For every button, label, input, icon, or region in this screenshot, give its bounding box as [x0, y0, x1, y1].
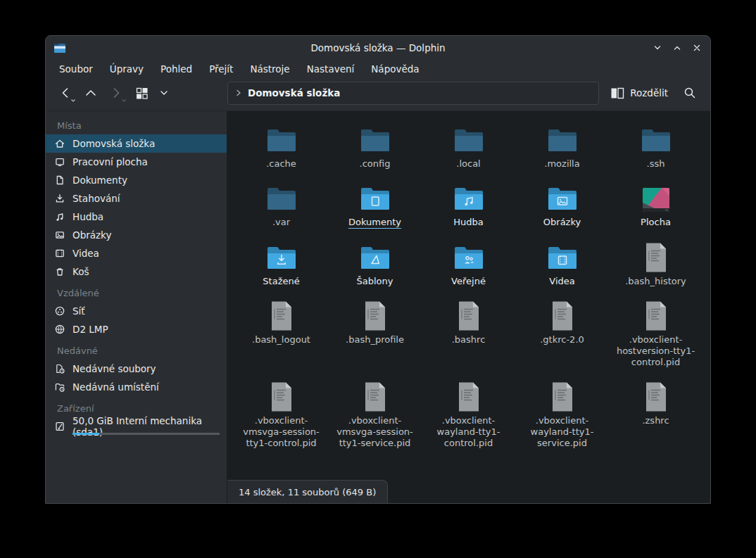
view-mode-button[interactable]	[130, 82, 153, 104]
folder-item[interactable]: .cache	[234, 118, 328, 177]
sidebar-item-label: Koš	[73, 266, 89, 277]
menu-item-prejit[interactable]: Přejít	[201, 61, 241, 77]
forward-history-caret-icon	[121, 99, 127, 103]
maximize-button[interactable]	[671, 42, 683, 54]
item-label: .vboxclient-vmsvga-session-tty1-service.…	[332, 415, 419, 449]
sidebar-item-label: D2 LMP	[73, 324, 108, 335]
item-label: .vboxclient-wayland-tty1-service.pid	[519, 415, 606, 449]
titlebar: Domovská složka — Dolphin	[46, 36, 710, 60]
file-item[interactable]: .vboxclient-hostversion-tty1-control.pid	[609, 294, 703, 375]
file-item[interactable]: .vboxclient-wayland-tty1-control.pid	[422, 375, 515, 456]
folder-item[interactable]: .var	[234, 177, 328, 235]
menu-item-pohled[interactable]: Pohled	[153, 61, 200, 77]
content-area: MístaDomovská složkaPracovní plochaDokum…	[46, 110, 710, 503]
file-item[interactable]: .vboxclient-vmsvga-session-tty1-service.…	[328, 375, 422, 456]
file-item[interactable]: .gtkrc-2.0	[515, 294, 609, 353]
sidebar-item-label: Stahování	[73, 193, 120, 204]
folder-view[interactable]: .cache .config .local .mozilla .ssh .var…	[227, 111, 710, 503]
dolphin-app-icon	[53, 41, 67, 55]
trash-icon	[54, 266, 65, 277]
split-view-label: Rozdělit	[630, 87, 668, 99]
toolbar: Domovská složka Rozdělit	[46, 78, 710, 110]
menu-item-upravy[interactable]: Úpravy	[102, 61, 151, 77]
file-item[interactable]: .bash_profile	[328, 294, 422, 353]
icons-view-icon	[136, 87, 148, 99]
item-label: Stažené	[263, 276, 299, 287]
file-item[interactable]: .vboxclient-wayland-tty1-service.pid	[515, 375, 609, 456]
window-title: Domovská složka — Dolphin	[46, 42, 710, 53]
sidebar-item-nedavna-umisteni[interactable]: Nedávná umístění	[46, 378, 227, 396]
sidebar-item-kos[interactable]: Koš	[46, 262, 227, 281]
forward-icon	[109, 86, 123, 100]
item-label: .local	[456, 158, 480, 170]
sidebar-item-nedavne-soubory[interactable]: Nedávné soubory	[46, 360, 227, 378]
forward-button[interactable]	[105, 82, 127, 104]
item-label: .bash_logout	[252, 334, 310, 345]
up-button[interactable]	[80, 82, 102, 104]
close-button[interactable]	[691, 42, 703, 54]
folder-item[interactable]: .config	[328, 118, 422, 177]
file-item[interactable]: .vboxclient-vmsvga-session-tty1-control.…	[234, 375, 328, 456]
breadcrumb-chevron-icon	[234, 88, 244, 98]
desktop-icon	[54, 156, 65, 167]
sidebar-section-header: Místa	[46, 116, 227, 134]
search-icon	[683, 86, 697, 100]
folder-item[interactable]: Stažené	[234, 236, 328, 294]
menu-item-soubor[interactable]: Soubor	[51, 61, 101, 77]
sidebar-item-d2-lmp[interactable]: D2 LMP	[46, 320, 227, 338]
text-file-icon	[270, 300, 294, 331]
split-view-icon	[610, 87, 624, 99]
location-bar[interactable]: Domovská složka	[227, 82, 599, 105]
folder-item[interactable]: .ssh	[609, 118, 703, 177]
drive-icon	[54, 421, 65, 432]
split-view-button[interactable]: Rozdělit	[603, 82, 675, 104]
folder-item[interactable]: Veřejné	[422, 236, 515, 294]
item-label: Hudba	[453, 217, 484, 228]
item-label: Dokumenty	[348, 217, 401, 229]
breadcrumb[interactable]: Domovská složka	[248, 87, 340, 99]
file-item[interactable]: .bash_logout	[234, 294, 328, 353]
file-item[interactable]: .zshrc	[609, 375, 703, 433]
folder-item[interactable]: Videa	[515, 236, 609, 294]
sidebar-item-obrazky[interactable]: Obrázky	[46, 226, 227, 244]
back-button[interactable]	[54, 82, 77, 104]
sidebar-item-videa[interactable]: Videa	[46, 244, 227, 262]
status-bar: 14 složek, 11 souborů (649 B)	[227, 480, 388, 503]
folder-item[interactable]: Šablony	[328, 236, 422, 294]
text-file-icon	[550, 300, 574, 331]
item-label: .vboxclient-wayland-tty1-control.pid	[425, 415, 512, 449]
menu-item-nastroje[interactable]: Nástroje	[242, 61, 297, 77]
view-mode-dropdown[interactable]	[156, 82, 172, 104]
folder-item[interactable]: Dokumenty	[328, 177, 422, 236]
file-item[interactable]: .bashrc	[422, 294, 515, 353]
sidebar-item-hudba[interactable]: Hudba	[46, 208, 227, 226]
folder-item[interactable]: .mozilla	[515, 118, 609, 177]
folder-icon	[547, 245, 578, 273]
text-file-icon	[644, 242, 668, 273]
sidebar-item-sit[interactable]: Síť	[46, 302, 227, 320]
sidebar-item-stahovani[interactable]: Stahování	[46, 189, 227, 208]
search-button[interactable]	[678, 82, 702, 104]
folder-item[interactable]: .local	[422, 118, 515, 177]
text-file-icon	[457, 381, 481, 412]
menu-item-napoveda[interactable]: Nápověda	[363, 61, 427, 77]
sidebar-item-50-0-gib-interni-mechanika-sda1-[interactable]: 50,0 GiB Interní mechanika (sda1)	[46, 417, 227, 436]
sidebar-item-domovska-slozka[interactable]: Domovská složka	[46, 134, 227, 153]
item-label: .bashrc	[452, 334, 486, 345]
menu-item-nastaveni[interactable]: Nastavení	[299, 61, 363, 77]
text-file-icon	[644, 381, 668, 412]
item-label: Veřejné	[451, 276, 486, 287]
folder-item[interactable]: Plocha	[609, 177, 703, 235]
folder-item[interactable]: Obrázky	[515, 177, 609, 235]
sidebar-section-header: Vzdálené	[46, 284, 227, 302]
sidebar-item-pracovni-plocha[interactable]: Pracovní plocha	[46, 153, 227, 171]
folder-item[interactable]: Hudba	[422, 177, 515, 235]
folder-icon	[266, 245, 297, 273]
item-label: Obrázky	[543, 217, 581, 228]
file-item[interactable]: .bash_history	[609, 236, 703, 294]
minimize-button[interactable]	[651, 42, 664, 54]
sidebar-item-dokumenty[interactable]: Dokumenty	[46, 171, 227, 189]
menubar: SouborÚpravyPohledPřejítNástrojeNastaven…	[46, 60, 710, 78]
chevron-up-icon	[672, 43, 682, 53]
close-icon	[692, 43, 702, 53]
